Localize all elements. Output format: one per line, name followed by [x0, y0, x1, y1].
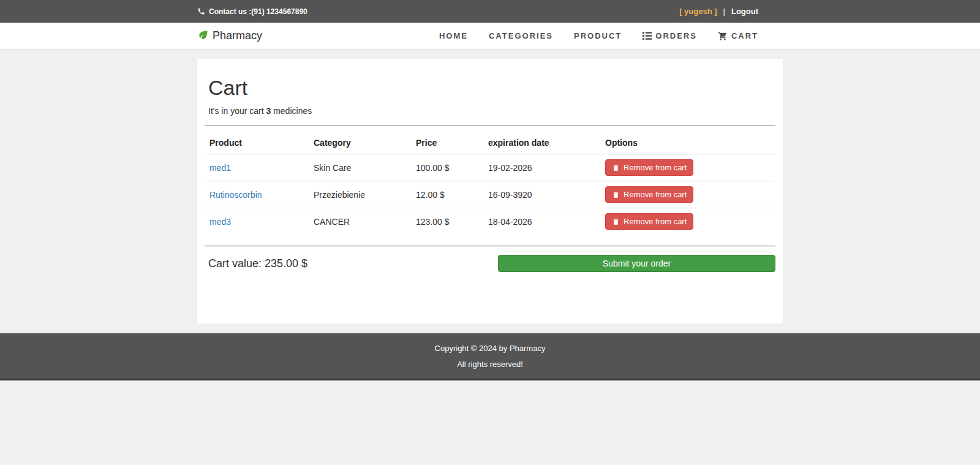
- footer: Copyright © 2024 by Pharmacy All rights …: [0, 333, 980, 380]
- header-options: Options: [600, 132, 775, 154]
- divider-top: [205, 126, 775, 126]
- options-cell: Remove from cart: [600, 181, 775, 208]
- trash-icon: [612, 217, 620, 226]
- header-product: Product: [205, 132, 309, 154]
- logout-link[interactable]: Logout: [731, 7, 758, 16]
- list-icon: [643, 31, 652, 40]
- brand-name: Pharmacy: [213, 29, 262, 42]
- product-link[interactable]: med1: [209, 163, 231, 173]
- submit-order-button[interactable]: Submit your order: [498, 255, 775, 272]
- options-cell: Remove from cart: [600, 208, 775, 235]
- expiration-cell: 16-09-3920: [483, 181, 600, 208]
- table-row: Rutinoscorbin Przeziebienie 12.00 $ 16-0…: [205, 181, 775, 208]
- nav-item-categories[interactable]: CATEGORIES: [489, 31, 553, 40]
- remove-from-cart-button[interactable]: Remove from cart: [605, 186, 693, 203]
- price-cell: 100.00 $: [411, 154, 483, 181]
- nav-product-label: PRODUCT: [574, 31, 622, 40]
- nav-orders-label: ORDERS: [655, 31, 697, 40]
- expiration-cell: 18-04-2026: [483, 208, 600, 235]
- nav-links: HOME CATEGORIES PRODUCT ORDERS CART: [439, 31, 758, 41]
- remove-from-cart-button[interactable]: Remove from cart: [605, 159, 693, 176]
- cart-panel: Cart It's in your cart 3 medicines Produ…: [197, 59, 783, 323]
- nav-item-product[interactable]: PRODUCT: [574, 31, 622, 40]
- header-price: Price: [411, 132, 483, 154]
- table-header-row: Product Category Price expiration date O…: [205, 132, 775, 154]
- brand-logo[interactable]: Pharmacy: [197, 29, 262, 43]
- remove-button-label: Remove from cart: [624, 217, 687, 226]
- trash-icon: [612, 164, 620, 172]
- footer-copyright: Copyright © 2024 by Pharmacy: [0, 344, 980, 353]
- price-cell: 12.00 $: [411, 181, 483, 208]
- remove-button-label: Remove from cart: [624, 163, 687, 172]
- table-row: med1 Skin Care 100.00 $ 19-02-2026 Remov…: [205, 154, 775, 181]
- username-link[interactable]: [ yugesh ]: [679, 7, 717, 16]
- nav-item-home[interactable]: HOME: [439, 31, 468, 40]
- category-cell: CANCER: [309, 208, 411, 235]
- category-cell: Skin Care: [309, 154, 411, 181]
- page-title: Cart: [208, 76, 772, 100]
- header-expiration: expiration date: [483, 132, 600, 154]
- product-cell: med1: [205, 154, 309, 181]
- nav-categories-label: CATEGORIES: [489, 31, 553, 40]
- header-category: Category: [309, 132, 411, 154]
- footer-rights: All rights reserved!: [0, 360, 980, 369]
- topbar: Contact us :(91) 1234567890 [ yugesh ] |…: [0, 0, 980, 23]
- nav-cart-label: CART: [731, 31, 758, 40]
- phone-icon: [197, 7, 205, 15]
- leaf-icon: [197, 29, 209, 43]
- cart-icon: [718, 31, 728, 41]
- nav-home-label: HOME: [439, 31, 468, 40]
- options-cell: Remove from cart: [600, 154, 775, 181]
- expiration-cell: 19-02-2026: [483, 154, 600, 181]
- divider-bottom: [205, 246, 775, 246]
- cart-table-body: med1 Skin Care 100.00 $ 19-02-2026 Remov…: [205, 154, 775, 235]
- contact-info: Contact us :(91) 1234567890: [197, 7, 307, 16]
- nav-item-cart[interactable]: CART: [718, 31, 758, 41]
- cart-subtitle: It's in your cart 3 medicines: [208, 106, 772, 116]
- remove-from-cart-button[interactable]: Remove from cart: [605, 213, 693, 230]
- navbar: Pharmacy HOME CATEGORIES PRODUCT ORDERS: [0, 23, 980, 50]
- summary-row: Cart value: 235.00 $ Submit your order: [205, 255, 775, 272]
- product-cell: med3: [205, 208, 309, 235]
- price-cell: 123.00 $: [411, 208, 483, 235]
- trash-icon: [612, 191, 620, 199]
- nav-item-orders[interactable]: ORDERS: [643, 31, 697, 40]
- cart-value: Cart value: 235.00 $: [208, 257, 307, 270]
- category-cell: Przeziebienie: [309, 181, 411, 208]
- product-cell: Rutinoscorbin: [205, 181, 309, 208]
- table-row: med3 CANCER 123.00 $ 18-04-2026 Remove f…: [205, 208, 775, 235]
- contact-text: Contact us :(91) 1234567890: [209, 7, 307, 16]
- remove-button-label: Remove from cart: [624, 190, 687, 199]
- product-link[interactable]: med3: [209, 217, 231, 227]
- topbar-separator: |: [723, 7, 725, 16]
- cart-table: Product Category Price expiration date O…: [205, 132, 775, 235]
- product-link[interactable]: Rutinoscorbin: [209, 190, 262, 200]
